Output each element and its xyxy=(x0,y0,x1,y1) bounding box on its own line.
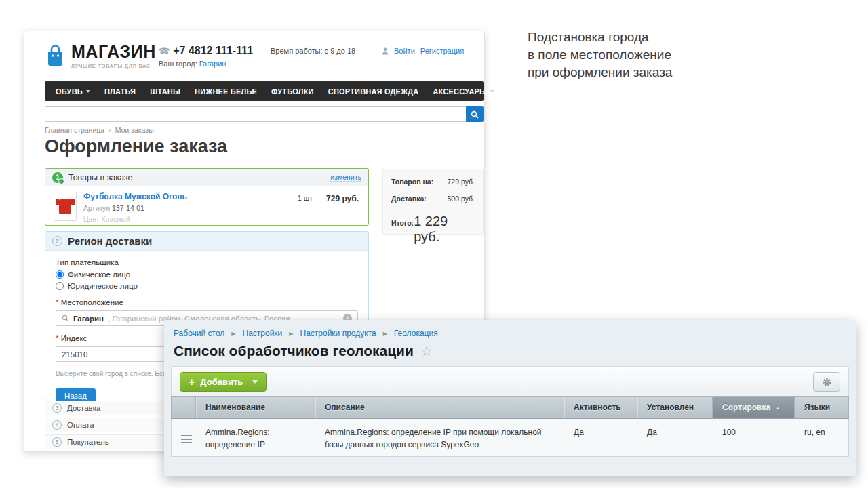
order-items-block: 1 Товары в заказе изменить Футболка Мужс… xyxy=(45,168,369,226)
breadcrumb-arrow-icon: ▶ xyxy=(383,331,387,337)
radio-legal-entity[interactable]: Юридическое лицо xyxy=(56,282,358,290)
header-installed[interactable]: Установлен xyxy=(637,396,713,418)
phone-icon: ☎ xyxy=(159,46,170,56)
city-label: Ваш город: xyxy=(159,60,197,68)
phone-number: +7 4812 111-111 xyxy=(173,45,253,57)
breadcrumb-orders[interactable]: Мои заказы xyxy=(115,126,154,134)
nav-item-tshirts[interactable]: ФУТБОЛКИ xyxy=(271,87,314,96)
product-name-link[interactable]: Футболка Мужской Огонь xyxy=(83,192,360,201)
location-city-value: Гагарин xyxy=(73,314,104,323)
user-icon xyxy=(382,47,389,55)
search-button[interactable] xyxy=(466,106,484,122)
subtotal-value: 729 руб. xyxy=(448,178,475,186)
order-block-title: Товары в заказе xyxy=(68,173,132,182)
cell-name: Ammina.Regions: определение IP xyxy=(196,419,315,456)
breadcrumb-desktop[interactable]: Рабочий стол xyxy=(174,329,224,338)
breadcrumb: Главная страница›Мои заказы xyxy=(45,126,154,134)
chevron-down-icon xyxy=(490,90,494,93)
breadcrumb-arrow-icon: ▶ xyxy=(289,331,293,337)
working-hours: Время работы: с 9 до 18 xyxy=(271,47,355,55)
add-button[interactable]: + Добавить xyxy=(180,372,267,392)
chevron-down-icon xyxy=(86,90,90,93)
breadcrumb-settings[interactable]: Настройки xyxy=(242,329,282,338)
nav-item-accessories[interactable]: АКСЕССУАРЫ xyxy=(433,87,494,96)
shop-name: МАГАЗИН xyxy=(71,42,156,62)
total-label: Итого: xyxy=(391,219,414,227)
header-sorting[interactable]: Сортировка ▲ xyxy=(713,396,795,418)
cell-description: Ammina.Regions: определение IP при помощ… xyxy=(315,419,564,456)
gear-icon xyxy=(822,377,832,387)
drag-handle-icon[interactable] xyxy=(181,435,192,443)
nav-item-dresses[interactable]: ПЛАТЬЯ xyxy=(104,87,136,96)
annotation-note: Подстановка города в поле местоположение… xyxy=(528,28,672,82)
nav-item-shoes[interactable]: ОБУВЬ xyxy=(56,87,90,96)
login-link[interactable]: Войти xyxy=(394,47,415,55)
delivery-value: 500 руб. xyxy=(448,195,475,203)
cart-count-badge: 1 xyxy=(52,172,63,183)
region-block-title: Регион доставки xyxy=(68,235,152,247)
header-activity[interactable]: Активность xyxy=(564,396,637,418)
header-languages[interactable]: Языки xyxy=(795,396,850,418)
header-description[interactable]: Описание xyxy=(315,396,564,418)
contact-block: ☎ +7 4812 111-111 Ваш город: Гагарин xyxy=(159,45,253,68)
search-input[interactable] xyxy=(45,106,484,122)
table-row: Ammina.Regions: определение IP Ammina.Re… xyxy=(171,419,849,457)
payer-type-label: Тип плательщика xyxy=(56,258,358,266)
search-bar xyxy=(45,106,484,122)
step-number: 2 xyxy=(52,236,62,246)
location-label: Местоположение xyxy=(56,298,358,306)
order-totals: Товаров на:729 руб. Доставка:500 руб. Ит… xyxy=(382,169,484,235)
page-title: Оформление заказа xyxy=(45,136,227,157)
breadcrumb-product-settings[interactable]: Настройки продукта xyxy=(300,329,376,338)
product-image xyxy=(54,192,77,221)
header-drag-column xyxy=(172,396,196,418)
shopping-bag-icon xyxy=(46,45,64,66)
nav-item-pants[interactable]: ШТАНЫ xyxy=(150,87,180,96)
shop-tagline: ЛУЧШИЕ ТОВАРЫ ДЛЯ ВАС xyxy=(71,63,156,69)
sort-asc-icon: ▲ xyxy=(775,405,781,411)
handlers-table: Наименование Описание Активность Установ… xyxy=(171,396,849,457)
radio-individual[interactable]: Физическое лицо xyxy=(56,270,358,279)
favorite-star-icon[interactable]: ☆ xyxy=(420,343,433,359)
nav-item-underwear[interactable]: НИЖНЕЕ БЕЛЬЕ xyxy=(195,87,257,96)
header-name[interactable]: Наименование xyxy=(196,396,315,418)
auth-links: Войти Регистрация xyxy=(382,47,464,55)
admin-toolbar: + Добавить xyxy=(171,366,849,396)
radio-individual-input[interactable] xyxy=(56,270,64,279)
cell-installed: Да xyxy=(637,419,713,456)
product-color: Цвет Красный xyxy=(83,215,360,223)
nav-item-sportswear[interactable]: СПОРТИВНАЯ ОДЕЖДА xyxy=(328,87,419,96)
subtotal-label: Товаров на: xyxy=(391,178,433,186)
breadcrumb-arrow-icon: ▶ xyxy=(231,331,235,337)
breadcrumb-home[interactable]: Главная страница xyxy=(45,126,104,134)
total-value: 1 229 руб. xyxy=(414,214,475,245)
main-nav: ОБУВЬ ПЛАТЬЯ ШТАНЫ НИЖНЕЕ БЕЛЬЕ ФУТБОЛКИ… xyxy=(45,81,484,101)
product-sku: Артикул 137-14-01 xyxy=(83,204,360,212)
product-row: Футболка Мужской Огонь Артикул 137-14-01… xyxy=(45,186,368,229)
table-header-row: Наименование Описание Активность Установ… xyxy=(171,396,849,419)
cell-sorting: 100 xyxy=(713,419,795,456)
search-icon xyxy=(471,110,479,119)
chevron-down-icon xyxy=(252,380,258,384)
delivery-label: Доставка: xyxy=(391,195,427,203)
settings-button[interactable] xyxy=(813,372,840,392)
admin-breadcrumb: Рабочий стол ▶ Настройки ▶ Настройки про… xyxy=(164,320,856,338)
cell-languages: ru, en xyxy=(795,419,850,456)
admin-panel-window: Рабочий стол ▶ Настройки ▶ Настройки про… xyxy=(164,320,856,476)
register-link[interactable]: Регистрация xyxy=(420,47,464,55)
search-icon xyxy=(62,314,69,322)
edit-order-link[interactable]: изменить xyxy=(330,173,361,182)
breadcrumb-geolocation[interactable]: Геолокация xyxy=(394,329,438,338)
plus-icon: + xyxy=(189,376,195,388)
shop-logo: МАГАЗИН ЛУЧШИЕ ТОВАРЫ ДЛЯ ВАС xyxy=(46,42,156,69)
radio-legal-entity-input[interactable] xyxy=(56,282,64,290)
cell-activity: Да xyxy=(564,419,637,456)
product-qty: 1 шт xyxy=(298,194,313,202)
admin-page-title: Список обработчиков геолокации xyxy=(174,343,414,359)
product-price: 729 руб. xyxy=(326,194,359,203)
city-link[interactable]: Гагарин xyxy=(199,60,226,68)
